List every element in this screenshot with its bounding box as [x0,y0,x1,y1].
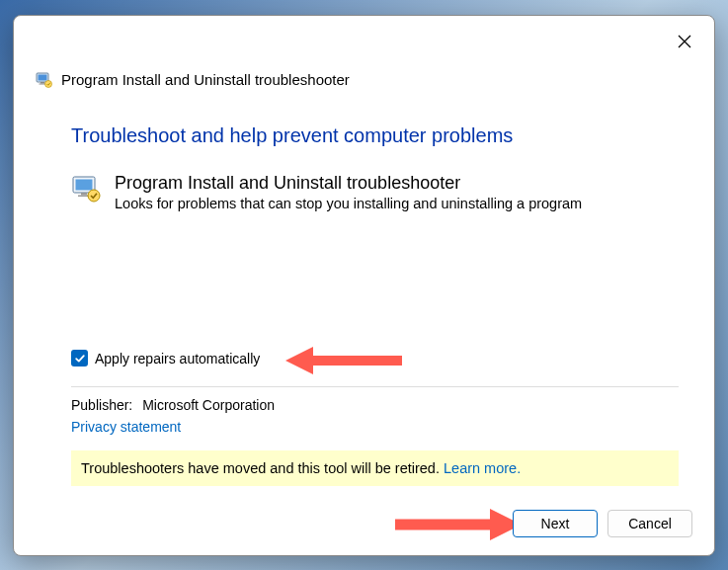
annotation-arrow-icon [393,508,522,541]
button-row: Next Cancel [513,510,692,537]
troubleshooter-window: Program Install and Uninstall troublesho… [13,15,715,556]
content-area: Troubleshoot and help prevent computer p… [71,124,679,487]
program-description: Looks for problems that can stop you ins… [115,196,582,211]
troubleshooter-small-icon [36,71,53,89]
svg-rect-3 [39,74,47,80]
apply-repairs-label: Apply repairs automatically [95,351,260,366]
svg-rect-8 [76,179,93,190]
window-title: Program Install and Uninstall troublesho… [61,71,350,88]
next-button[interactable]: Next [513,510,598,537]
divider [71,386,679,387]
cancel-button[interactable]: Cancel [607,510,692,537]
page-heading: Troubleshoot and help prevent computer p… [71,124,679,147]
privacy-statement-link[interactable]: Privacy statement [71,419,679,435]
program-info-row: Program Install and Uninstall troublesho… [71,173,679,212]
notice-text: Troubleshooters have moved and this tool… [81,460,444,476]
learn-more-link[interactable]: Learn more. [444,460,521,476]
svg-marker-13 [285,347,313,374]
close-button[interactable] [673,30,696,53]
publisher-row: Publisher: Microsoft Corporation [71,397,679,413]
publisher-label: Publisher: [71,397,132,413]
program-title: Program Install and Uninstall troublesho… [115,173,582,195]
close-icon [678,35,691,48]
troubleshooter-large-icon [71,173,103,204]
publisher-name: Microsoft Corporation [142,397,275,413]
checkmark-icon [74,353,86,365]
window-title-row: Program Install and Uninstall troublesho… [36,71,350,89]
svg-rect-4 [40,82,44,84]
svg-rect-9 [81,193,87,196]
svg-point-6 [45,80,52,87]
apply-repairs-row: Apply repairs automatically [71,350,679,366]
annotation-arrow-icon [285,346,404,375]
apply-repairs-checkbox[interactable] [71,350,88,366]
svg-point-11 [88,190,100,202]
retirement-notice: Troubleshooters have moved and this tool… [71,450,679,486]
